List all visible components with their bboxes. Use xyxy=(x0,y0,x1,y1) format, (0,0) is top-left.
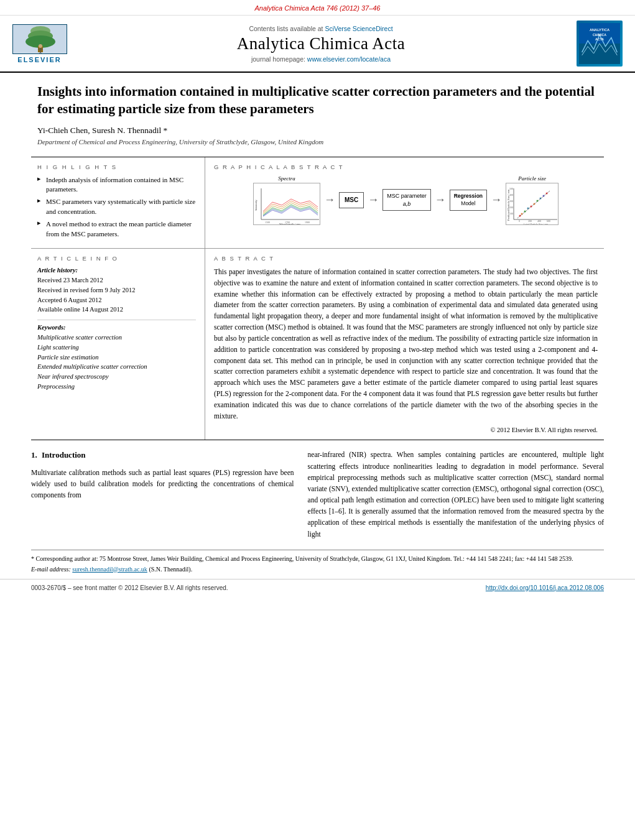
highlight-item: ▶ Indepth analysis of information contai… xyxy=(37,175,196,195)
footnote-section: * Corresponding author at: 75 Montrose S… xyxy=(31,550,604,574)
svg-line-46 xyxy=(517,191,550,218)
svg-text:500: 500 xyxy=(509,187,513,190)
ga-particle-box: Particle size Predicted Particle Size / … xyxy=(506,175,559,225)
ga-msc-box: MSC xyxy=(339,192,364,208)
elsevier-label: ELSEVIER xyxy=(17,56,61,63)
svg-point-5 xyxy=(39,44,42,48)
online-date: Available online 14 August 2012 xyxy=(37,305,196,315)
journal-title-area: Contents lists available at SciVerse Sci… xyxy=(75,25,567,63)
issn-text: 0003-2670/$ – see front matter © 2012 El… xyxy=(31,584,228,591)
elsevier-logo: ELSEVIER xyxy=(10,24,69,63)
keyword-1: Multiplicative scatter correction xyxy=(37,333,196,343)
svg-text:Intensity: Intensity xyxy=(254,199,257,210)
footnote-corresponding: * Corresponding author at: 75 Montrose S… xyxy=(31,554,604,563)
ga-arrow-4: → xyxy=(491,193,502,206)
keyword-5: Near infrared spectroscopy xyxy=(37,372,196,382)
copyright-line: © 2012 Elsevier B.V. All rights reserved… xyxy=(214,427,598,433)
doi-link[interactable]: http://dx.doi.org/10.1016/j.aca.2012.08.… xyxy=(486,584,604,591)
revised-date: Received in revised form 9 July 2012 xyxy=(37,285,196,295)
article-authors: Yi-Chieh Chen, Suresh N. Thennadil * xyxy=(37,126,598,136)
svg-text:400: 400 xyxy=(509,193,513,196)
main-left-col: 1. Introduction Multivariate calibration… xyxy=(31,449,294,539)
svg-point-44 xyxy=(543,195,545,196)
journal-header: ELSEVIER Contents lists available at Sci… xyxy=(0,16,635,73)
keyword-2: Light scattering xyxy=(37,343,196,353)
main-right-col: near-infrared (NIR) spectra. When sample… xyxy=(308,449,604,539)
svg-text:100: 100 xyxy=(509,212,513,215)
article-info-label: A R T I C L E I N F O xyxy=(37,255,196,262)
article-header: Insights into information contained in m… xyxy=(0,73,635,157)
ga-arrow-2: → xyxy=(368,193,379,206)
journal-main-title: Analytica Chimica Acta xyxy=(75,34,567,53)
highlights-section: H I G H L I G H T S ▶ Indepth analysis o… xyxy=(31,157,205,248)
keyword-6: Preprocessing xyxy=(37,382,196,392)
accepted-date: Accepted 6 August 2012 xyxy=(37,295,196,305)
homepage-link[interactable]: www.elsevier.com/locate/aca xyxy=(307,55,391,63)
graphical-abstract-label: G R A P H I C A L A B S T R A C T xyxy=(214,164,598,170)
ga-arrow-3: → xyxy=(435,193,446,206)
ga-spectra-label: Spectra xyxy=(253,175,320,182)
analytics-logo: ANALYTICA CHIMICA ACTA xyxy=(573,21,623,67)
intro-text-right: near-infrared (NIR) spectra. When sample… xyxy=(308,449,604,539)
highlight-item: ▶ A novel method to extract the mean par… xyxy=(37,219,196,239)
svg-text:200: 200 xyxy=(509,206,513,209)
svg-text:CHIMICA: CHIMICA xyxy=(593,33,606,37)
ga-arrow-1: → xyxy=(324,193,335,206)
svg-text:Wavelength / nm: Wavelength / nm xyxy=(279,223,300,225)
svg-text:Actual Particle Size / nm: Actual Particle Size / nm xyxy=(523,223,549,225)
highlight-item: ▶ MSC parameters vary systematically wit… xyxy=(37,197,196,216)
ga-msc-param-box: MSC parameter a,b xyxy=(382,189,431,211)
received-date: Received 23 March 2012 xyxy=(37,275,196,285)
footnote-email-line: E-mail address: suresh.thennadil@strath.… xyxy=(31,565,604,574)
sciverse-link[interactable]: SciVerse ScienceDirect xyxy=(325,25,392,32)
ga-particle-label: Particle size xyxy=(506,175,559,182)
svg-point-39 xyxy=(527,207,529,209)
ga-regression-box: Regression Model xyxy=(450,190,487,211)
svg-text:600: 600 xyxy=(547,219,550,223)
article-affiliation: Department of Chemical and Process Engin… xyxy=(37,138,598,145)
svg-text:400: 400 xyxy=(537,219,541,223)
ga-spectra-box: Spectra Intensity Wavelength / nm 1500 1… xyxy=(253,175,320,225)
main-content: 1. Introduction Multivariate calibration… xyxy=(0,440,635,539)
journal-citation: Analytica Chimica Acta 746 (2012) 37–46 xyxy=(255,4,381,12)
bottom-bar: 0003-2670/$ – see front matter © 2012 El… xyxy=(0,579,635,596)
keyword-3: Particle size estimation xyxy=(37,353,196,362)
email-suffix: (S.N. Thennadil). xyxy=(149,566,192,573)
sciverse-line: Contents lists available at SciVerse Sci… xyxy=(75,25,567,32)
keyword-4: Extended multiplicative scatter correcti… xyxy=(37,362,196,372)
homepage-line: journal homepage: www.elsevier.com/locat… xyxy=(75,55,567,63)
abstract-label: A B S T R A C T xyxy=(214,255,598,262)
email-link[interactable]: suresh.thennadil@strath.ac.uk xyxy=(72,566,147,573)
keywords-label: Keywords: xyxy=(37,324,196,331)
svg-text:1500: 1500 xyxy=(265,221,270,224)
intro-text-left: Multivariate calibration methods such as… xyxy=(31,467,294,501)
article-title: Insights into information contained in m… xyxy=(37,83,598,118)
article-info-section: A R T I C L E I N F O Article history: R… xyxy=(31,249,205,440)
graphical-abstract-section: G R A P H I C A L A B S T R A C T Spectr… xyxy=(205,157,604,248)
abstract-text: This paper investigates the nature of in… xyxy=(214,267,598,422)
email-label: E-mail address: xyxy=(31,566,71,573)
intro-heading: 1. Introduction xyxy=(31,449,294,461)
svg-text:ACTA: ACTA xyxy=(595,37,604,41)
highlights-list: ▶ Indepth analysis of information contai… xyxy=(37,175,196,239)
svg-text:200: 200 xyxy=(528,219,532,223)
highlights-label: H I G H L I G H T S xyxy=(37,164,196,170)
history-label: Article history: xyxy=(37,267,196,274)
svg-text:1700: 1700 xyxy=(285,221,290,224)
svg-text:0: 0 xyxy=(519,219,520,223)
svg-text:300: 300 xyxy=(509,200,513,203)
svg-text:1900: 1900 xyxy=(305,221,310,224)
journal-citation-bar: Analytica Chimica Acta 746 (2012) 37–46 xyxy=(0,0,635,16)
abstract-section: A B S T R A C T This paper investigates … xyxy=(205,249,604,440)
svg-text:ANALYTICA: ANALYTICA xyxy=(590,28,610,32)
